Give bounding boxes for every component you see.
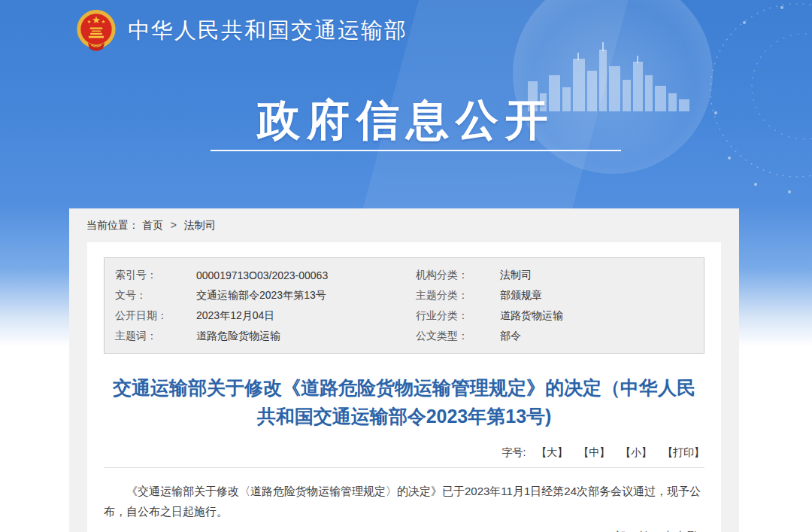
meta-label-org: 机构分类： [416,269,500,282]
page-title: 政府信息公开 [0,92,812,150]
document-meta-table: 索引号： 000019713O03/2023-00063 机构分类： 法制司 文… [104,257,704,354]
meta-value-doctype: 部令 [500,330,704,343]
site-name[interactable]: 中华人民共和国交通运输部 [128,16,408,46]
meta-label-keywords: 主题词： [115,330,196,343]
breadcrumb-home[interactable]: 首页 [142,219,163,231]
article-card: 索引号： 000019713O03/2023-00063 机构分类： 法制司 文… [87,242,721,532]
breadcrumb-separator: > [171,219,177,231]
meta-value-topic: 部颁规章 [500,289,704,302]
meta-row: 公开日期： 2023年12月04日 行业分类： 道路货物运输 [115,306,704,326]
font-size-controls: 字号: 【大】 【中】 【小】 【打印】 [104,446,704,468]
font-size-small-button[interactable]: 【小】 [620,446,652,458]
meta-value-index: 000019713O03/2023-00063 [196,269,416,281]
meta-label-industry: 行业分类： [416,309,500,323]
meta-row: 文号： 交通运输部令2023年第13号 主题分类： 部颁规章 [115,285,704,306]
meta-label-index: 索引号： [115,269,196,282]
font-size-label: 字号: [502,446,526,458]
font-size-large-button[interactable]: 【大】 [536,446,568,458]
content-panel: 当前位置： 首页 > 法制司 索引号： 000019713O03/2023-00… [69,208,739,532]
meta-value-date: 2023年12月04日 [196,309,416,323]
font-size-medium-button[interactable]: 【中】 [578,446,610,458]
meta-value-keywords: 道路危险货物运输 [196,330,416,343]
meta-label-topic: 主题分类： [416,289,500,302]
site-header: 中华人民共和国交通运输部 [75,9,408,53]
breadcrumb-section[interactable]: 法制司 [184,219,216,231]
article-title: 交通运输部关于修改《道路危险货物运输管理规定》的决定（中华人民共和国交通运输部令… [107,374,701,430]
meta-value-industry: 道路货物运输 [500,309,704,323]
meta-row: 主题词： 道路危险货物运输 公文类型： 部令 [115,326,704,346]
meta-label-docnum: 文号： [115,289,196,302]
breadcrumb-label: 当前位置： [86,219,139,231]
meta-value-docnum: 交通运输部令2023年第13号 [196,289,416,302]
meta-value-org: 法制司 [500,269,704,282]
article-body-paragraph: 《交通运输部关于修改〈道路危险货物运输管理规定〉的决定》已于2023年11月1日… [104,481,704,521]
breadcrumb: 当前位置： 首页 > 法制司 [69,208,739,242]
print-button[interactable]: 【打印】 [662,446,704,458]
meta-label-date: 公开日期： [115,309,196,323]
meta-row: 索引号： 000019713O03/2023-00063 机构分类： 法制司 [115,265,704,285]
meta-label-doctype: 公文类型： [416,330,500,343]
title-underline [211,150,621,151]
national-emblem-icon[interactable] [75,9,117,53]
